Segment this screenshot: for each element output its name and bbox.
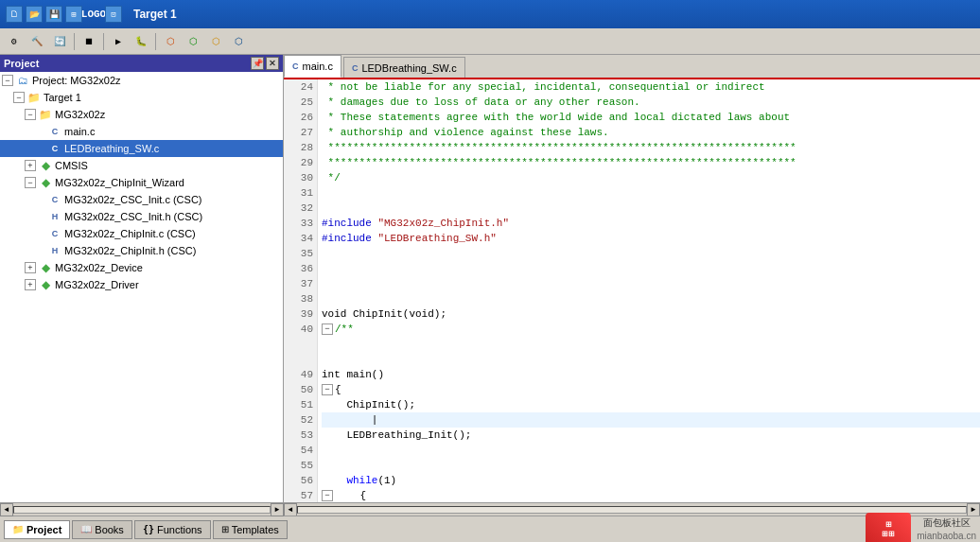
csc-init-h-label: MG32x02z_CSC_Init.h (CSC) [64, 211, 202, 222]
new-icon[interactable]: 🗋 [6, 6, 23, 23]
tab-led-label: LEDBreathing_SW.c [361, 62, 456, 74]
sep3 [155, 33, 156, 50]
code-line-32 [322, 201, 980, 216]
scroll-right[interactable]: ► [271, 503, 284, 516]
code-line-34: #include "LEDBreathing_SW.h" [322, 231, 980, 246]
code-line-31 [322, 185, 980, 201]
driver-icon: ◆ [38, 277, 53, 292]
led-sw-label: LEDBreathing_SW.c [64, 143, 159, 154]
sidebar-header-btns: 📌 ✕ [251, 57, 279, 70]
code-editor[interactable]: 24 25 26 27 28 29 30 31 32 33 34 35 36 3… [284, 79, 980, 502]
code-line-29: ****************************************… [322, 155, 980, 170]
code-line-53: LEDBreathing_Init(); [322, 428, 980, 443]
arrow-btn[interactable]: ⬡ [205, 31, 226, 52]
tree-item-chipinit[interactable]: − ◆ MG32x02z_ChipInit_Wizard [0, 174, 283, 191]
sidebar-scrollbar-x[interactable]: ◄ ► [0, 502, 284, 516]
statusbar-tabs: 📁 Project 📖 Books {} Functions ⊞ Templat… [4, 520, 289, 539]
toggle-project[interactable]: − [2, 75, 13, 86]
save-all-icon[interactable]: ⊞ [65, 6, 82, 23]
status-tab-functions[interactable]: {} Functions [134, 520, 211, 539]
sidebar-close-btn[interactable]: ✕ [266, 57, 279, 70]
target-folder-icon: 📁 [26, 90, 42, 105]
open-icon[interactable]: 📂 [26, 6, 43, 23]
compile-btn[interactable]: ⚙ [4, 31, 25, 52]
toggle-mg32[interactable]: − [25, 109, 36, 120]
titlebar-icons: 🗋 📂 💾 ⊞ LOGO ⊡ [6, 6, 122, 23]
run-btn[interactable]: ▶ [108, 31, 129, 52]
stop-btn[interactable]: ⏹ [79, 31, 99, 52]
save-icon[interactable]: 💾 [45, 6, 62, 23]
build-btn[interactable]: 🔨 [26, 31, 47, 52]
tree-item-csc-init-c[interactable]: C MG32x02z_CSC_Init.c (CSC) [0, 191, 283, 208]
line-numbers: 24 25 26 27 28 29 30 31 32 33 34 35 36 3… [284, 79, 318, 502]
project-icon: 🗂 [15, 73, 30, 88]
code-line-28: ****************************************… [322, 140, 980, 155]
tab-main-c[interactable]: C main.c [284, 55, 341, 78]
tree-item-led-sw[interactable]: C LEDBreathing_SW.c [0, 140, 283, 157]
sidebar-pin-btn[interactable]: 📌 [251, 57, 264, 70]
toggle-device[interactable]: + [25, 262, 36, 273]
project-label: Project: MG32x02z [32, 75, 121, 86]
tree-item-csc-init-h[interactable]: H MG32x02z_CSC_Init.h (CSC) [0, 208, 283, 225]
cmsis-icon: ◆ [38, 158, 53, 173]
rebuild-btn[interactable]: 🔄 [49, 31, 70, 52]
main-c-icon: C [47, 124, 62, 139]
status-tab-project[interactable]: 📁 Project [4, 520, 70, 539]
tree-item-device[interactable]: + ◆ MG32x02z_Device [0, 259, 283, 276]
debug-btn[interactable]: 🐛 [131, 31, 151, 52]
collapse-40[interactable]: − [322, 323, 333, 335]
collapse-50[interactable]: − [322, 384, 333, 395]
tree-item-main-c[interactable]: C main.c [0, 123, 283, 140]
code-line-35 [322, 246, 980, 261]
code-line-38 [322, 291, 980, 306]
tree-item-driver[interactable]: + ◆ MG32x02z_Driver [0, 276, 283, 293]
cmsis-label: CMSIS [55, 160, 88, 171]
toggle-target1[interactable]: − [13, 92, 25, 103]
status-tab-templates[interactable]: ⊞ Templates [213, 520, 288, 539]
scroll-left[interactable]: ◄ [0, 503, 13, 516]
tab-led-icon: C [352, 63, 359, 73]
tab-led-sw[interactable]: C LEDBreathing_SW.c [343, 57, 465, 78]
hex-btn[interactable]: ⬡ [160, 31, 181, 52]
target-btn[interactable]: ⬡ [183, 31, 203, 52]
editor-scroll-left[interactable]: ◄ [284, 503, 297, 516]
code-line-56: while(1) [322, 473, 980, 488]
tree-item-project-root[interactable]: − 🗂 Project: MG32x02z [0, 72, 283, 89]
tabs-bar: C main.c C LEDBreathing_SW.c [284, 55, 980, 79]
code-line-50: − { [322, 382, 980, 397]
toggle-driver[interactable]: + [25, 279, 36, 290]
tree-item-chipinit-c[interactable]: C MG32x02z_ChipInit.c (CSC) [0, 225, 283, 242]
code-content[interactable]: * not be liable for any special, inciden… [318, 79, 980, 502]
tree-item-cmsis[interactable]: + ◆ CMSIS [0, 157, 283, 174]
csc-init-c-icon: C [47, 192, 62, 207]
code-line-33: #include "MG32x02z_ChipInit.h" [322, 216, 980, 231]
code-line-49: int main() [322, 367, 980, 382]
code-line-40: − /** [322, 322, 980, 337]
code-line-57: − { [322, 488, 980, 502]
flash-btn[interactable]: ⬡ [228, 31, 249, 52]
status-tab-templates-label: Templates [232, 524, 279, 535]
code-line-42 [322, 352, 980, 367]
device-icon: ◆ [38, 260, 53, 275]
toggle-chipinit[interactable]: − [25, 177, 36, 188]
code-line-27: * authorship and violence against these … [322, 125, 980, 140]
status-tab-functions-label: Functions [157, 524, 202, 535]
tree-item-target1[interactable]: − 📁 Target 1 [0, 89, 283, 106]
tree-item-mg32-folder[interactable]: − 📁 MG32x02z [0, 106, 283, 123]
status-tab-books[interactable]: 📖 Books [72, 520, 132, 539]
toggle-cmsis[interactable]: + [25, 160, 36, 171]
chipinit-label: MG32x02z_ChipInit_Wizard [55, 177, 184, 188]
code-line-26: * These statements agree with the world … [322, 110, 980, 125]
chipinit-h-icon: H [47, 243, 62, 258]
collapse-57[interactable]: − [322, 490, 333, 501]
code-line-52[interactable]: | [322, 412, 980, 428]
sidebar: Project 📌 ✕ − 🗂 Project: MG32x02z − 📁 Ta… [0, 55, 284, 516]
main-layout: Project 📌 ✕ − 🗂 Project: MG32x02z − 📁 Ta… [0, 55, 980, 516]
code-line-24: * not be liable for any special, inciden… [322, 79, 980, 95]
sep1 [74, 33, 75, 50]
scroll-track[interactable] [13, 506, 271, 514]
code-line-51: ChipInit(); [322, 397, 980, 412]
tree-item-chipinit-h[interactable]: H MG32x02z_ChipInit.h (CSC) [0, 242, 283, 259]
main-c-label: main.c [64, 126, 95, 137]
titlebar-title: Target 1 [133, 8, 177, 21]
